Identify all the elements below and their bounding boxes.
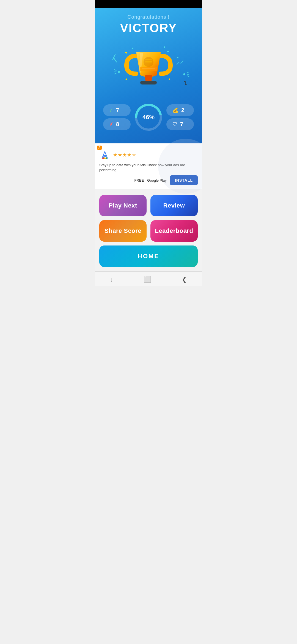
actions-section: Play Next Review Share Score Leaderboard… bbox=[95, 189, 202, 271]
coins-pill: 💰 2 bbox=[166, 104, 194, 116]
ad-description: Stay up to date with your Ads Check how … bbox=[99, 163, 198, 173]
ad-top: ★★★★★ bbox=[99, 149, 198, 160]
svg-line-14 bbox=[187, 75, 189, 77]
ad-free-label: FREE bbox=[134, 178, 144, 182]
victory-text: VICTORY bbox=[100, 21, 197, 35]
coins-icon: 💰 bbox=[172, 107, 178, 113]
correct-pill: ✓ 7 bbox=[103, 104, 131, 116]
ad-banner: A ★★★★★ Stay up to date with your Ads Ch… bbox=[95, 143, 202, 189]
nav-menu-icon[interactable]: ⫿ bbox=[110, 276, 113, 283]
incorrect-value: 8 bbox=[116, 121, 119, 127]
svg-point-2 bbox=[118, 71, 120, 73]
shields-pill: 🛡 7 bbox=[166, 118, 194, 130]
svg-line-5 bbox=[114, 73, 116, 74]
svg-line-12 bbox=[187, 72, 189, 73]
correct-value: 7 bbox=[116, 107, 119, 113]
nav-home-icon[interactable]: ⬜ bbox=[144, 276, 151, 283]
svg-line-1 bbox=[114, 58, 116, 62]
congratulations-text: Congratulations!! bbox=[100, 14, 197, 20]
nav-back-icon[interactable]: ❮ bbox=[182, 276, 187, 283]
ad-bottom: FREE Google Play INSTALL bbox=[99, 175, 198, 185]
svg-line-10 bbox=[181, 61, 183, 63]
svg-point-34 bbox=[106, 157, 107, 159]
ad-store-label: Google Play bbox=[147, 178, 167, 182]
stats-right: 💰 2 🛡 7 bbox=[166, 104, 194, 130]
stats-row: ✓ 7 ✗ 8 46% 💰 2 🛡 bbox=[100, 102, 197, 132]
trophy-container bbox=[100, 39, 197, 94]
ad-label: A bbox=[97, 146, 102, 150]
svg-rect-19 bbox=[140, 67, 157, 71]
review-button[interactable]: Review bbox=[150, 195, 198, 216]
svg-line-9 bbox=[177, 62, 179, 64]
svg-line-0 bbox=[113, 54, 115, 59]
status-bar bbox=[95, 0, 202, 8]
trophy-icon bbox=[121, 39, 176, 94]
actions-row-1: Play Next Review bbox=[99, 195, 198, 216]
svg-point-32 bbox=[102, 157, 104, 159]
ad-content: ★★★★★ Stay up to date with your Ads Chec… bbox=[99, 147, 198, 185]
svg-line-3 bbox=[114, 69, 116, 70]
percent-text: 46% bbox=[142, 114, 155, 121]
ad-stars: ★★★★★ bbox=[113, 152, 136, 158]
nav-bar: ⫿ ⬜ ❮ bbox=[95, 271, 202, 286]
actions-row-2: Share Score Leaderboard bbox=[99, 220, 198, 242]
incorrect-pill: ✗ 8 bbox=[103, 118, 131, 130]
svg-rect-8 bbox=[177, 57, 178, 58]
svg-point-11 bbox=[183, 73, 185, 75]
ad-logo-icon bbox=[99, 149, 110, 160]
check-icon: ✓ bbox=[109, 107, 113, 113]
stats-left: ✓ 7 ✗ 8 bbox=[103, 104, 131, 130]
svg-point-33 bbox=[104, 157, 106, 159]
shields-value: 7 bbox=[180, 121, 183, 127]
play-next-button[interactable]: Play Next bbox=[99, 195, 147, 216]
star-icons: ★★★★ bbox=[113, 152, 132, 158]
leaderboard-button[interactable]: Leaderboard bbox=[150, 220, 198, 242]
home-button[interactable]: HOME bbox=[99, 245, 198, 267]
share-score-button[interactable]: Share Score bbox=[99, 220, 147, 242]
cross-icon: ✗ bbox=[109, 121, 113, 127]
svg-rect-22 bbox=[145, 75, 152, 81]
install-button[interactable]: INSTALL bbox=[170, 175, 198, 185]
svg-rect-23 bbox=[140, 81, 157, 84]
shield-icon: 🛡 bbox=[172, 121, 177, 127]
progress-circle: 46% bbox=[133, 102, 164, 132]
hero-section: Congratulations!! VICTORY bbox=[95, 8, 202, 143]
coins-value: 2 bbox=[181, 107, 184, 113]
half-star-icon: ★ bbox=[132, 152, 136, 158]
